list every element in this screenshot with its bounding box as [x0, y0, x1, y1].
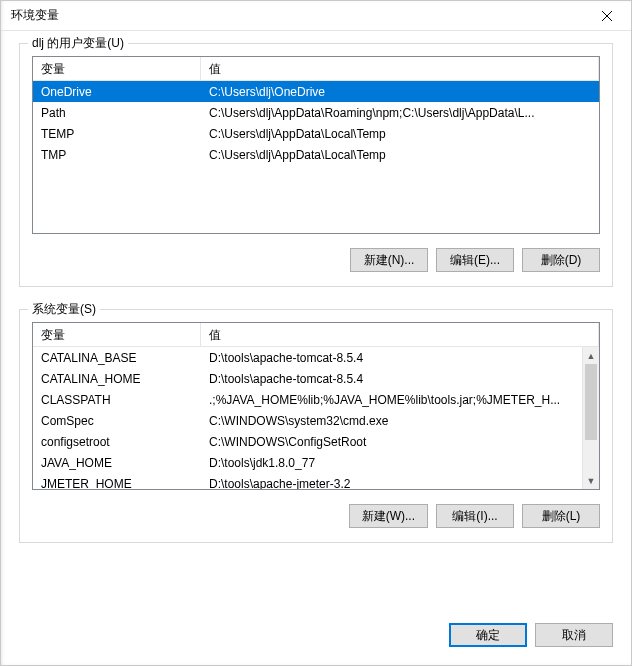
table-row[interactable]: configsetroot C:\WINDOWS\ConfigSetRoot: [33, 431, 582, 452]
cell-var: configsetroot: [33, 435, 201, 449]
cell-val: C:\WINDOWS\ConfigSetRoot: [201, 435, 582, 449]
cell-val: D:\tools\apache-tomcat-8.5.4: [201, 372, 582, 386]
table-row[interactable]: OneDrive C:\Users\dlj\OneDrive: [33, 81, 599, 102]
titlebar: 环境变量: [1, 1, 631, 31]
cell-val: C:\Users\dlj\AppData\Roaming\npm;C:\User…: [201, 106, 599, 120]
scroll-thumb[interactable]: [585, 364, 597, 440]
system-list-header: 变量 值: [33, 323, 599, 347]
system-edit-button[interactable]: 编辑(I)...: [436, 504, 514, 528]
table-row[interactable]: JAVA_HOME D:\tools\jdk1.8.0_77: [33, 452, 582, 473]
col-header-value[interactable]: 值: [201, 57, 599, 80]
table-row[interactable]: CATALINA_BASE D:\tools\apache-tomcat-8.5…: [33, 347, 582, 368]
system-new-button[interactable]: 新建(W)...: [349, 504, 428, 528]
cell-val: C:\Users\dlj\AppData\Local\Temp: [201, 148, 599, 162]
table-row[interactable]: ComSpec C:\WINDOWS\system32\cmd.exe: [33, 410, 582, 431]
cell-var: JAVA_HOME: [33, 456, 201, 470]
user-new-button[interactable]: 新建(N)...: [350, 248, 428, 272]
user-buttons: 新建(N)... 编辑(E)... 删除(D): [32, 248, 600, 272]
system-vars-legend: 系统变量(S): [28, 301, 100, 318]
user-vars-legend: dlj 的用户变量(U): [28, 35, 128, 52]
scroll-down-icon[interactable]: ▼: [583, 472, 599, 489]
cell-var: OneDrive: [33, 85, 201, 99]
cell-var: CATALINA_BASE: [33, 351, 201, 365]
col-header-value[interactable]: 值: [201, 323, 599, 346]
table-row[interactable]: Path C:\Users\dlj\AppData\Roaming\npm;C:…: [33, 102, 599, 123]
table-row[interactable]: TMP C:\Users\dlj\AppData\Local\Temp: [33, 144, 599, 165]
cell-val: C:\Users\dlj\OneDrive: [201, 85, 599, 99]
col-header-variable[interactable]: 变量: [33, 57, 201, 80]
user-vars-list[interactable]: 变量 值 OneDrive C:\Users\dlj\OneDrive Path…: [32, 56, 600, 234]
cell-var: CLASSPATH: [33, 393, 201, 407]
window-title: 环境变量: [11, 7, 584, 24]
scroll-track[interactable]: [583, 364, 599, 472]
close-button[interactable]: [584, 2, 629, 30]
cell-var: TMP: [33, 148, 201, 162]
user-list-header: 变量 值: [33, 57, 599, 81]
cell-var: ComSpec: [33, 414, 201, 428]
cell-val: D:\tools\jdk1.8.0_77: [201, 456, 582, 470]
cell-var: TEMP: [33, 127, 201, 141]
table-row[interactable]: CLASSPATH .;%JAVA_HOME%lib;%JAVA_HOME%li…: [33, 389, 582, 410]
cell-val: D:\tools\apache-jmeter-3.2: [201, 477, 582, 490]
system-vars-group: 系统变量(S) 变量 值 CATALINA_BASE D:\tools\apac…: [19, 309, 613, 543]
table-row[interactable]: JMETER_HOME D:\tools\apache-jmeter-3.2: [33, 473, 582, 489]
ok-button[interactable]: 确定: [449, 623, 527, 647]
cell-val: C:\WINDOWS\system32\cmd.exe: [201, 414, 582, 428]
system-delete-button[interactable]: 删除(L): [522, 504, 600, 528]
user-delete-button[interactable]: 删除(D): [522, 248, 600, 272]
user-vars-group: dlj 的用户变量(U) 变量 值 OneDrive C:\Users\dlj\…: [19, 43, 613, 287]
system-buttons: 新建(W)... 编辑(I)... 删除(L): [32, 504, 600, 528]
cell-val: .;%JAVA_HOME%lib;%JAVA_HOME%lib\tools.ja…: [201, 393, 582, 407]
col-header-variable[interactable]: 变量: [33, 323, 201, 346]
table-row[interactable]: TEMP C:\Users\dlj\AppData\Local\Temp: [33, 123, 599, 144]
system-rows: CATALINA_BASE D:\tools\apache-tomcat-8.5…: [33, 347, 582, 489]
system-vars-list[interactable]: 变量 值 CATALINA_BASE D:\tools\apache-tomca…: [32, 322, 600, 490]
cell-val: D:\tools\apache-tomcat-8.5.4: [201, 351, 582, 365]
dialog-body: dlj 的用户变量(U) 变量 值 OneDrive C:\Users\dlj\…: [1, 31, 631, 609]
user-edit-button[interactable]: 编辑(E)...: [436, 248, 514, 272]
scroll-up-icon[interactable]: ▲: [583, 347, 599, 364]
cell-var: CATALINA_HOME: [33, 372, 201, 386]
user-rows: OneDrive C:\Users\dlj\OneDrive Path C:\U…: [33, 81, 599, 233]
cell-val: C:\Users\dlj\AppData\Local\Temp: [201, 127, 599, 141]
dialog-footer: 确定 取消: [1, 609, 631, 665]
cancel-button[interactable]: 取消: [535, 623, 613, 647]
cell-var: JMETER_HOME: [33, 477, 201, 490]
env-vars-dialog: 环境变量 dlj 的用户变量(U) 变量 值 OneDrive: [0, 0, 632, 666]
table-row[interactable]: CATALINA_HOME D:\tools\apache-tomcat-8.5…: [33, 368, 582, 389]
system-list-scrollbar[interactable]: ▲ ▼: [582, 347, 599, 489]
cell-var: Path: [33, 106, 201, 120]
close-icon: [602, 11, 612, 21]
